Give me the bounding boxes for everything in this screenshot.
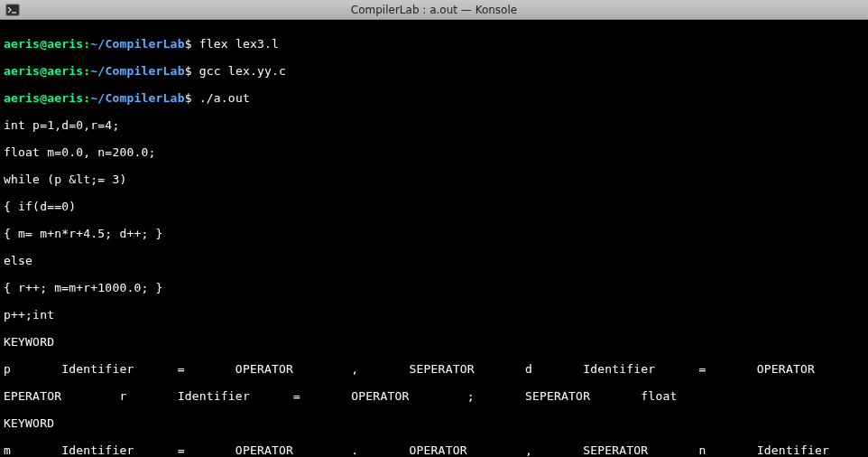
output-line: float m=0.0, n=200.0;	[4, 145, 864, 159]
output-line: int p=1,d=0,r=4;	[4, 118, 864, 132]
output-line: KEYWORD	[4, 335, 864, 349]
output-line: KEYWORD	[4, 416, 864, 430]
output-line: { if(d==0)	[4, 200, 864, 213]
prompt-user: aeris@aeris	[4, 64, 83, 78]
command-2: gcc lex.yy.c	[199, 64, 286, 78]
output-line: { m= m+n*r+4.5; d++; }	[4, 227, 864, 240]
window-titlebar: CompilerLab : a.out — Konsole	[0, 0, 868, 20]
prompt-path: ~/CompilerLab	[90, 37, 184, 51]
command-3: ./a.out	[199, 91, 250, 105]
command-1: flex lex3.l	[199, 37, 279, 51]
prompt-dollar: $	[185, 37, 192, 51]
output-line: p++;int	[4, 308, 864, 322]
prompt-user: aeris@aeris	[4, 91, 83, 105]
prompt-path: ~/CompilerLab	[90, 64, 184, 78]
terminal-icon	[5, 3, 20, 17]
prompt-line-3: aeris@aeris:~/CompilerLab$ ./a.out	[4, 91, 864, 105]
window-title: CompilerLab : a.out — Konsole	[351, 4, 517, 16]
output-line: while (p &lt;= 3)	[4, 173, 864, 186]
output-line: else	[4, 254, 864, 267]
prompt-dollar: $	[185, 64, 192, 78]
prompt-line-1: aeris@aeris:~/CompilerLab$ flex lex3.l	[4, 37, 864, 51]
prompt-user: aeris@aeris	[4, 37, 83, 51]
prompt-path: ~/CompilerLab	[90, 91, 184, 105]
output-line: { r++; m=m+r+1000.0; }	[4, 281, 864, 294]
prompt-line-2: aeris@aeris:~/CompilerLab$ gcc lex.yy.c	[4, 64, 864, 78]
prompt-dollar: $	[185, 91, 192, 105]
output-line: EPERATOR r Identifier = OPERATOR ; SEPER…	[4, 389, 864, 403]
output-line: p Identifier = OPERATOR , SEPERATOR d Id…	[4, 362, 864, 376]
svg-rect-0	[6, 5, 19, 15]
output-line: m Identifier = OPERATOR . OPERATOR , SEP…	[4, 443, 864, 457]
terminal-area[interactable]: aeris@aeris:~/CompilerLab$ flex lex3.l a…	[0, 20, 868, 457]
